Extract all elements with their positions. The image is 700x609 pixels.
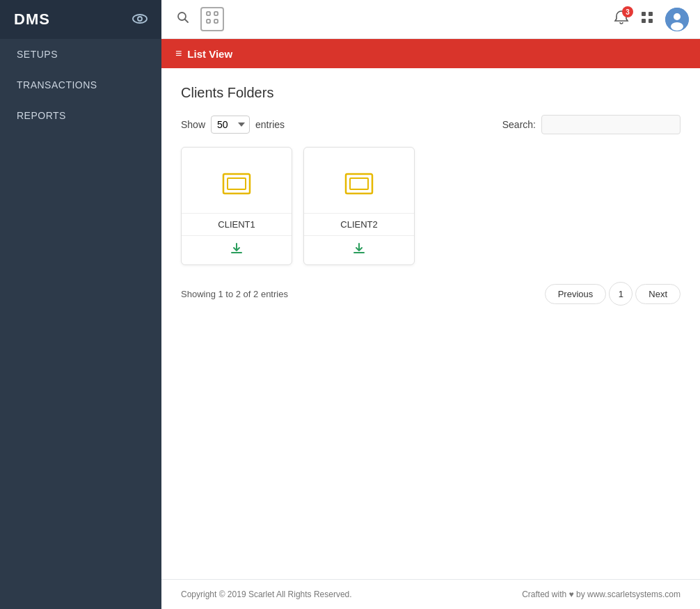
svg-rect-4	[207, 12, 210, 15]
pagination-controls: Previous 1 Next	[545, 282, 681, 306]
sidebar-logo: DMS	[14, 10, 50, 29]
list-view-label: List View	[187, 48, 232, 60]
show-label: Show	[181, 119, 205, 130]
entries-select[interactable]: 10 25 50 100	[211, 116, 250, 134]
sidebar-header: DMS	[0, 0, 161, 39]
search-row: Search:	[502, 115, 681, 134]
pagination-row: Showing 1 to 2 of 2 entries Previous 1 N…	[181, 282, 681, 306]
folder-name-client2: CLIENT2	[304, 213, 414, 235]
svg-rect-8	[642, 12, 646, 16]
avatar[interactable]	[665, 8, 689, 31]
folder-name-client1: CLIENT1	[182, 213, 292, 235]
svg-point-0	[133, 15, 147, 23]
search-input[interactable]	[541, 115, 681, 134]
footer: Copyright © 2019 Scarlet All Rights Rese…	[161, 579, 700, 609]
folders-grid: CLIENT1	[181, 147, 681, 265]
page-title: Clients Folders	[181, 85, 681, 101]
footer-crafted: Crafted with ♥ by www.scarletsystems.com	[522, 590, 681, 599]
svg-rect-9	[649, 12, 653, 16]
entries-label: entries	[255, 119, 285, 130]
scan-icon[interactable]	[200, 7, 224, 31]
sidebar: DMS SETUPS TRANSACTIONS REPORTS	[0, 0, 161, 609]
folder-icon-area	[218, 148, 255, 213]
folder-download-client2[interactable]	[304, 235, 414, 264]
folder-card-client2[interactable]: CLIENT2	[303, 147, 415, 265]
svg-rect-11	[649, 19, 653, 23]
svg-rect-16	[228, 178, 246, 189]
grid-icon[interactable]	[640, 10, 654, 28]
svg-point-13	[674, 13, 681, 20]
search-icon[interactable]	[173, 8, 193, 30]
svg-line-3	[185, 19, 189, 23]
notification-badge: 3	[622, 6, 633, 17]
svg-point-1	[138, 17, 142, 21]
svg-rect-18	[350, 178, 368, 189]
svg-rect-7	[214, 19, 218, 23]
svg-point-14	[671, 22, 683, 31]
content-inner: Clients Folders Show 10 25 50 100 entrie…	[161, 68, 700, 579]
footer-copyright: Copyright © 2019 Scarlet All Rights Rese…	[181, 590, 352, 599]
folder-card-client1[interactable]: CLIENT1	[181, 147, 292, 265]
show-row: Show 10 25 50 100 entries	[181, 116, 285, 134]
showing-text: Showing 1 to 2 of 2 entries	[181, 289, 288, 299]
main-area: 3 ≡ List View	[161, 0, 700, 609]
eye-icon[interactable]	[132, 13, 148, 27]
folder-icon-area-2	[340, 148, 378, 213]
previous-button[interactable]: Previous	[545, 284, 607, 304]
notification-button[interactable]: 3	[614, 10, 629, 29]
page-number-1[interactable]: 1	[609, 282, 633, 306]
svg-rect-5	[214, 12, 218, 15]
list-view-bar: ≡ List View	[161, 39, 700, 68]
svg-rect-10	[642, 19, 646, 23]
list-icon: ≡	[175, 47, 182, 60]
sidebar-item-reports[interactable]: REPORTS	[0, 100, 161, 131]
content-area: ≡ List View Clients Folders Show 10 25 5…	[161, 39, 700, 609]
folder-download-client1[interactable]	[182, 235, 292, 264]
sidebar-item-setups[interactable]: SETUPS	[0, 39, 161, 70]
topbar: 3	[161, 0, 700, 39]
sidebar-item-transactions[interactable]: TRANSACTIONS	[0, 70, 161, 100]
topbar-right: 3	[614, 8, 689, 31]
next-button[interactable]: Next	[635, 284, 681, 304]
search-label: Search:	[502, 119, 536, 130]
controls-row: Show 10 25 50 100 entries Search:	[181, 115, 681, 134]
svg-rect-6	[207, 19, 210, 23]
